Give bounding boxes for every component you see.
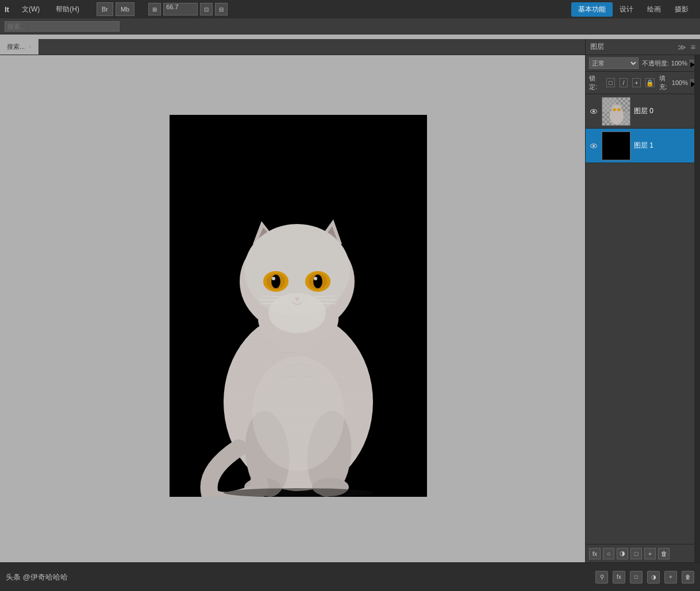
watermark: 头条 @伊奇哈哈哈 (6, 572, 68, 582)
func-tab-photo[interactable]: 摄影 (668, 2, 695, 17)
canvas-svg (170, 115, 427, 497)
layers-header-controls: ≫ ≡ (678, 43, 695, 52)
blend-mode-row: 正常 不透明度: 100% ▶ (586, 55, 700, 72)
layer-item-0[interactable]: 图层 0 (586, 94, 700, 129)
layers-expand-icon[interactable]: ≫ (678, 43, 686, 52)
status-icon-1[interactable]: ⚲ (595, 571, 608, 584)
view-icon[interactable]: ⊡ (200, 3, 213, 16)
lock-transparency-icon[interactable]: □ (606, 78, 614, 87)
svg-point-145 (613, 108, 616, 111)
arrange-icon[interactable]: ⊞ (148, 3, 161, 16)
layer-link-icon[interactable]: fx (589, 548, 601, 559)
blend-mode-select[interactable]: 正常 (589, 57, 639, 69)
lock-paint-icon[interactable]: / (620, 78, 628, 87)
layers-panel: 图层 ≫ ≡ 正常 不透明度: 100% ▶ 锁定: □ / + 🔒 填充: 1… (585, 39, 700, 562)
svg-point-135 (252, 356, 344, 471)
lock-row: 锁定: □ / + 🔒 填充: 100% ▶ (586, 72, 700, 94)
layers-panel-header: 图层 ≫ ≡ (586, 39, 700, 55)
opacity-row: 不透明度: 100% ▶ (642, 59, 697, 68)
layer-mask-icon[interactable]: ○ (603, 548, 614, 559)
fill-label: 填充: (659, 74, 670, 91)
layer-delete-icon[interactable]: 🗑 (658, 548, 670, 559)
tab-close-button[interactable]: × (28, 44, 32, 50)
svg-point-146 (617, 108, 621, 111)
function-tabs: 基本功能 设计 绘画 摄影 (571, 2, 695, 17)
func-tab-design[interactable]: 设计 (613, 2, 640, 17)
canvas-tab[interactable]: 搜索... × (0, 39, 39, 55)
layers-bottom-toolbar: fx ○ ◑ □ + 🗑 (586, 544, 700, 562)
status-icon-5[interactable]: + (664, 571, 677, 584)
svg-point-118 (272, 277, 275, 280)
opacity-label: 不透明度: (642, 59, 669, 68)
mb-button[interactable]: Mb (116, 2, 134, 16)
lock-all-icon[interactable]: 🔒 (645, 78, 655, 87)
menu-item-help[interactable]: 帮助(H) (52, 3, 83, 16)
layers-menu-icon[interactable]: ≡ (691, 43, 695, 52)
layer-new-icon[interactable]: + (644, 548, 656, 559)
status-bar: 头条 @伊奇哈哈哈 ⚲ fx □ ◑ + 🗑 (0, 562, 700, 591)
status-icon-6[interactable]: 🗑 (682, 571, 694, 584)
layers-panel-title: 图层 (590, 42, 604, 52)
func-tab-paint[interactable]: 绘画 (640, 2, 668, 17)
svg-point-136 (268, 293, 326, 333)
tab-label: 搜索... (7, 43, 25, 51)
layer-item-1[interactable]: 图层 1 (586, 129, 700, 163)
layer-name-1: 图层 1 (634, 141, 697, 150)
layer-adjustment-icon[interactable]: ◑ (617, 548, 628, 559)
canvas-image[interactable] (170, 115, 427, 497)
zoom-select[interactable]: 66.7 (163, 3, 198, 16)
br-button[interactable]: Br (97, 2, 113, 16)
opacity-value: 100% (671, 60, 687, 67)
fill-value: 100% (672, 79, 688, 86)
tab-bar: 搜索... × (0, 39, 585, 55)
layer-visibility-0[interactable] (589, 107, 598, 116)
arrange2-icon[interactable]: ⊟ (215, 3, 228, 16)
options-bar (0, 18, 700, 34)
lock-move-icon[interactable]: + (632, 78, 640, 87)
layers-scrollbar[interactable] (694, 55, 700, 562)
layers-list: 图层 0 图层 1 (586, 94, 700, 544)
status-icon-3[interactable]: □ (630, 571, 643, 584)
fill-row: 填充: 100% ▶ (659, 74, 697, 91)
layer-thumb-1 (602, 132, 630, 160)
status-icon-2[interactable]: fx (613, 571, 625, 584)
layer-name-0: 图层 0 (634, 106, 697, 116)
menu-bar: It 文(W) 帮助(H) Br Mb ⊞ 66.7 ⊡ ⊟ 基本功能 设计 绘… (0, 0, 700, 18)
layer-group-icon[interactable]: □ (630, 548, 642, 559)
canvas-container[interactable] (170, 115, 427, 497)
status-icon-4[interactable]: ◑ (647, 571, 660, 584)
menu-item-file[interactable]: 文(W) (18, 3, 43, 16)
lock-label: 锁定: (589, 74, 602, 91)
func-tab-basic[interactable]: 基本功能 (571, 2, 613, 17)
app-title: It (5, 5, 9, 14)
svg-point-123 (314, 277, 317, 280)
layer-thumb-0 (602, 97, 630, 126)
search-input[interactable] (5, 21, 120, 32)
workspace (11, 67, 585, 562)
layer-visibility-1[interactable] (589, 141, 598, 150)
